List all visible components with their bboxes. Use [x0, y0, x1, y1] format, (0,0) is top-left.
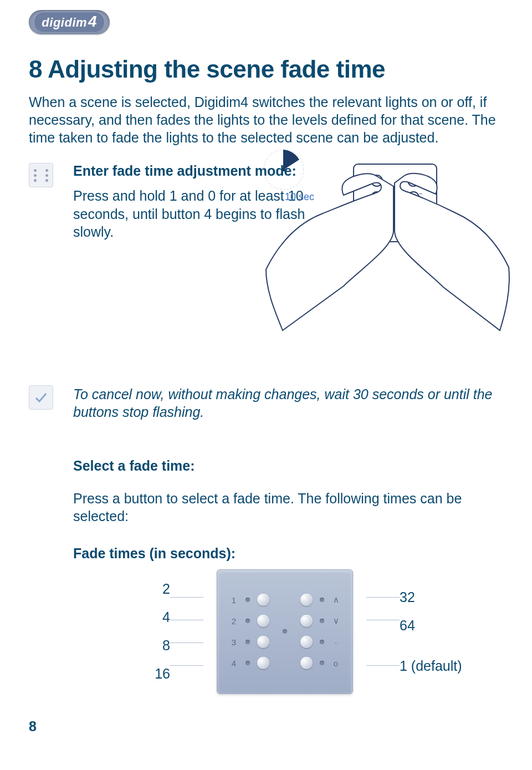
fade-time-value: 1 (default)	[400, 658, 462, 674]
panel-row-left-label: 3	[229, 638, 238, 647]
page-title: 8 Adjusting the scene fade time	[29, 55, 499, 83]
panel-led	[320, 619, 324, 623]
intro-paragraph: When a scene is selected, Digidim4 switc…	[29, 93, 499, 146]
svg-point-2	[282, 168, 285, 171]
fade-time-value: 64	[400, 618, 415, 634]
panel-led	[245, 640, 250, 644]
hands-illustration: 10 sec + −	[260, 147, 515, 336]
fade-table-title: Fade times (in seconds):	[73, 545, 510, 562]
keypad-icon	[29, 163, 53, 187]
panel-led	[320, 661, 324, 665]
fade-time-value: 2	[162, 581, 170, 597]
panel-row-left-label: 2	[229, 616, 238, 626]
panel-led	[320, 598, 324, 602]
connector-lines-left	[170, 597, 203, 666]
fade-times-diagram: 2 4 8 16 1 ∧ 2	[73, 569, 510, 694]
brand-logo-accent: 4	[88, 13, 97, 30]
panel-row-right-label: ∨	[331, 616, 340, 626]
fade-times-right-col: 32 64 1 (default)	[400, 589, 510, 674]
svg-text:−: −	[419, 190, 422, 197]
panel-button	[300, 636, 313, 648]
keypad-panel: 1 ∧ 2 ∨ 3	[217, 569, 353, 694]
panel-led	[245, 598, 250, 602]
panel-row-4: 4 o	[229, 657, 340, 669]
connector-lines-right	[366, 597, 400, 666]
panel-row-left-label: 1	[229, 595, 238, 605]
panel-row-right-label: ∧	[331, 595, 340, 605]
fade-time-value: 4	[162, 609, 170, 625]
panel-button	[257, 594, 269, 606]
panel-led	[245, 619, 250, 623]
panel-center-led	[283, 629, 287, 634]
brand-logo: digidim 4	[29, 10, 110, 34]
step-select-fade: Select a fade time: Press a button to se…	[29, 458, 499, 694]
brand-logo-inner: digidim 4	[34, 12, 104, 33]
fade-times-left-col: 2 4 8 16	[73, 581, 170, 682]
panel-led	[320, 640, 324, 644]
panel-button	[257, 615, 269, 627]
panel-button	[300, 615, 313, 627]
timer-label: 10 sec	[285, 191, 314, 202]
check-icon-wrapper	[29, 385, 57, 410]
page-number: 8	[29, 718, 499, 735]
step-enter-body: Enter fade time adjustment mode: Press a…	[73, 163, 499, 241]
panel-row-2: 2 ∨	[229, 615, 340, 627]
panel-row-right-label: o	[331, 659, 340, 668]
panel-button	[300, 657, 313, 669]
select-title: Select a fade time:	[73, 458, 510, 474]
fade-time-value: 8	[162, 638, 170, 654]
panel-button	[300, 594, 313, 606]
brand-logo-text: digidim	[42, 16, 87, 30]
step-cancel-tip: To cancel now, without making changes, w…	[29, 385, 499, 421]
select-text: Press a button to select a fade time. Th…	[73, 489, 510, 526]
panel-row-left-label: 4	[229, 659, 238, 668]
keypad-icon-wrapper	[29, 163, 57, 187]
fade-time-value: 16	[155, 666, 170, 682]
panel-button	[257, 636, 269, 648]
cancel-tip-text: To cancel now, without making changes, w…	[73, 385, 499, 421]
panel-row-3: 3 ·	[229, 636, 340, 648]
check-icon	[29, 385, 53, 410]
step-enter-mode: Enter fade time adjustment mode: Press a…	[29, 163, 499, 241]
panel-row-right-label: ·	[331, 638, 340, 647]
panel-led	[245, 661, 250, 665]
fade-time-value: 32	[400, 589, 415, 605]
panel-row-1: 1 ∧	[229, 594, 340, 606]
panel-button	[257, 657, 269, 669]
